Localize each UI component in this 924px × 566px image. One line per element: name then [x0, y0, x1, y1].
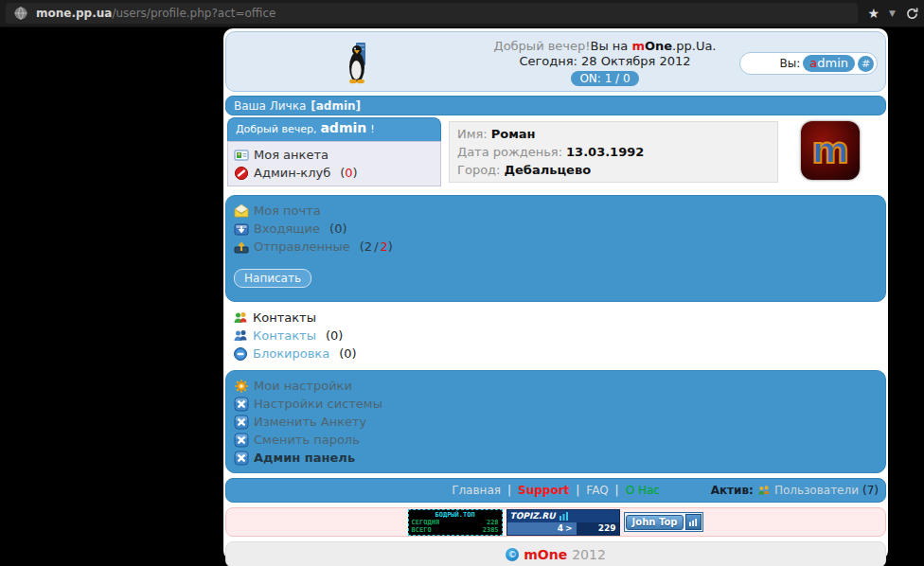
- admin-club-count: (0): [340, 164, 357, 182]
- topiz-counter-banner[interactable]: TOPIZ.RU 4> 229: [506, 509, 620, 536]
- greeting-panel-body: Моя анкета Админ-клуб (0): [227, 141, 441, 186]
- current-user-pill: Вы: admin #: [739, 52, 878, 75]
- contacts-icon: [233, 310, 248, 326]
- blocklist-count: (0): [339, 345, 356, 363]
- url-host: mone.pp.ua: [36, 7, 112, 20]
- contacts-count: (0): [326, 327, 343, 345]
- block-icon: [233, 346, 248, 362]
- inbox-icon: [234, 221, 249, 237]
- bodry-top-counter-banner[interactable]: БОДРЫЙ.ТОП СЕГОДНЯ228 ВСЕГО2385: [408, 509, 503, 536]
- chart-bars-icon: [685, 514, 702, 530]
- settings-section: Мои настройки Настройки системы Изменить…: [225, 370, 886, 473]
- refresh-icon[interactable]: [905, 7, 919, 21]
- contacts-section: Контакты Контакты (0) Блокировка (0): [225, 302, 886, 368]
- page-content: Добрый вечер!Вы на mOne.pp.Ua. Сегодня: …: [223, 28, 888, 560]
- settings-admin-panel-link[interactable]: Админ панель: [234, 449, 878, 467]
- greeting-panel-header: Добрый вечер, admin !: [227, 117, 441, 141]
- nav-about-link[interactable]: О Нас: [626, 484, 660, 497]
- active-users-count: (7): [862, 484, 879, 497]
- tool-icon: [234, 433, 249, 448]
- tool-icon: [234, 415, 249, 430]
- mail-open-icon: [234, 203, 249, 219]
- blocklist-link[interactable]: Блокировка (0): [233, 345, 879, 363]
- settings-change-password-link[interactable]: Сменить пароль: [234, 431, 878, 449]
- bookmark-star-icon[interactable]: ★: [868, 6, 880, 21]
- site-brand: mOne.pp.Ua.: [631, 39, 716, 53]
- globe-icon: [13, 6, 28, 21]
- info-name: Имя:Роман: [457, 125, 770, 143]
- caret-down-icon[interactable]: ▼: [889, 9, 896, 18]
- info-city: Город:Дебальцево: [457, 161, 770, 179]
- write-message-button[interactable]: Написать: [234, 269, 311, 288]
- vcard-icon: [234, 148, 249, 163]
- settings-section-title: Мои настройки: [234, 377, 878, 395]
- footer-year: 2012: [572, 547, 606, 562]
- settings-edit-profile-link[interactable]: Изменить Анкету: [234, 413, 878, 431]
- profile-row: Добрый вечер, admin ! Моя анкета Админ-к…: [225, 117, 886, 189]
- date-line: Сегодня: 28 Октября 2012: [435, 54, 775, 69]
- penguin-icon: [347, 39, 368, 84]
- chart-bars-icon: [560, 512, 569, 521]
- footer-nav: Главная | Support | FAQ | О Нас Актив: П…: [225, 478, 886, 503]
- active-label: Актив:: [711, 484, 754, 497]
- settings-system-link[interactable]: Настройки системы: [234, 395, 878, 413]
- my-profile-link[interactable]: Моя анкета: [234, 146, 435, 164]
- sent-count: (2/2): [360, 238, 393, 256]
- footer-brand-link[interactable]: mOne: [524, 547, 567, 562]
- contacts-list-link[interactable]: Контакты (0): [233, 327, 879, 345]
- hash-link[interactable]: #: [858, 56, 874, 72]
- gear-icon: [234, 379, 249, 394]
- nav-faq-link[interactable]: FAQ: [586, 484, 608, 497]
- admin-club-link[interactable]: Админ-клуб (0): [234, 164, 435, 182]
- nav-home-link[interactable]: Главная: [452, 484, 501, 497]
- site-footer-bar: © mOne 2012: [225, 541, 886, 566]
- user-info-box: Имя:Роман Дата рожденья:13.03.1992 Город…: [449, 121, 778, 183]
- johntop-counter-banner[interactable]: John Top: [624, 512, 704, 532]
- active-users-block: Актив: Пользователи (7): [711, 479, 879, 502]
- contacts-blue-icon: [233, 328, 248, 344]
- title-username: [admin]: [311, 99, 361, 113]
- sent-link[interactable]: Отправленные (2/2): [234, 238, 878, 256]
- browser-toolbar: mone.pp.ua/users/profile.php?act=office …: [0, 0, 924, 27]
- welcome-line: Добрый вечер!Вы на mOne.pp.Ua.: [435, 39, 775, 54]
- mail-section-title: Моя почта: [234, 202, 878, 220]
- copyright-icon: ©: [506, 548, 519, 561]
- site-header: Добрый вечер!Вы на mOne.pp.Ua. Сегодня: …: [225, 31, 886, 92]
- greeting-panel: Добрый вечер, admin ! Моя анкета Админ-к…: [227, 117, 441, 186]
- address-bar[interactable]: mone.pp.ua/users/profile.php?act=office: [6, 3, 858, 24]
- avatar[interactable]: m: [801, 121, 860, 180]
- inbox-link[interactable]: Входящие (0): [234, 220, 878, 238]
- you-label: Вы:: [780, 57, 801, 70]
- panel-username: admin: [320, 120, 366, 135]
- active-users-link[interactable]: Пользователи: [774, 484, 859, 497]
- url-path: /users/profile.php?act=office: [112, 7, 275, 20]
- outbox-icon: [234, 239, 249, 255]
- tool-icon: [234, 397, 249, 412]
- online-badge[interactable]: ON: 1 / 0: [571, 71, 638, 86]
- mail-section: Моя почта Входящие (0) Отправленные (2/2…: [225, 195, 886, 302]
- deny-icon: [234, 166, 249, 181]
- page-title: Ваша Личка [admin]: [225, 96, 886, 115]
- contacts-section-title: Контакты: [233, 309, 879, 327]
- users-icon: [757, 484, 771, 497]
- info-birthdate: Дата рожденья:13.03.1992: [457, 143, 770, 161]
- welcome-block: Добрый вечер!Вы на mOne.pp.Ua. Сегодня: …: [435, 39, 775, 86]
- username-link[interactable]: admin: [803, 55, 855, 72]
- nav-support-link[interactable]: Support: [518, 484, 569, 497]
- counters-strip: БОДРЫЙ.ТОП СЕГОДНЯ228 ВСЕГО2385 TOPIZ.RU…: [225, 507, 886, 537]
- tool-icon: [234, 451, 249, 466]
- inbox-count: (0): [329, 220, 346, 238]
